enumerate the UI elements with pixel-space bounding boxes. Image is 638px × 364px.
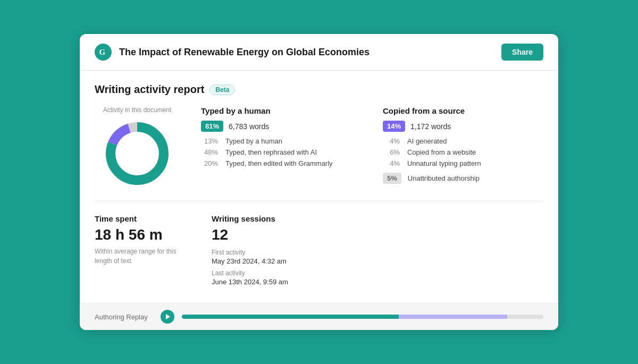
typed-section: Typed by a human 81% 6,783 words 13% Typ… xyxy=(201,106,362,188)
card-header: G The Impact of Renewable Energy on Glob… xyxy=(80,34,558,71)
bottom-section: Time spent 18 h 56 m Within average rang… xyxy=(95,214,543,290)
doc-title: The Impact of Renewable Energy on Global… xyxy=(119,47,501,58)
typed-row-2-label: Typed, then rephrased with AI xyxy=(225,148,317,156)
copied-row-1: 4% AI generated xyxy=(383,137,543,145)
unattributed-row: 5% Unattributed authorship xyxy=(383,173,543,184)
share-button[interactable]: Share xyxy=(501,44,543,61)
copied-words: 1,172 words xyxy=(410,122,451,131)
grammarly-g-icon: G xyxy=(98,47,108,57)
copied-row-3: 4% Unnatural typing pattern xyxy=(383,159,543,167)
donut-area: Activity in this document xyxy=(95,106,180,188)
copied-row-3-pct: 4% xyxy=(383,159,400,167)
section-title: Writing activity report Beta xyxy=(95,83,543,96)
grammarly-logo: G xyxy=(95,44,112,61)
progress-track[interactable] xyxy=(182,315,543,319)
svg-text:G: G xyxy=(99,48,106,56)
copied-row-2-label: Copied from a website xyxy=(407,148,476,156)
last-activity-date: June 13th 2024, 9:59 am xyxy=(212,278,288,286)
last-activity-label: Last activity xyxy=(212,269,288,277)
copied-row-2-pct: 6% xyxy=(383,148,400,156)
copied-row-3-label: Unnatural typing pattern xyxy=(407,159,481,167)
sessions-value: 12 xyxy=(212,226,288,243)
typed-row-1-pct: 13% xyxy=(201,137,218,145)
main-card: G The Impact of Renewable Energy on Glob… xyxy=(80,34,558,330)
copied-pct-badge: 14% xyxy=(383,121,405,132)
play-button[interactable] xyxy=(161,310,174,324)
first-activity-date: May 23rd 2024, 4:32 am xyxy=(212,257,288,265)
typed-row-2-pct: 48% xyxy=(201,148,218,156)
first-activity-label: First activity xyxy=(212,249,288,256)
time-note: Within average range for this length of … xyxy=(95,247,180,266)
typed-row-2: 48% Typed, then rephrased with AI xyxy=(201,148,362,156)
card-body: Writing activity report Beta Activity in… xyxy=(80,71,558,303)
copied-main-stat: 14% 1,172 words xyxy=(383,121,543,132)
typed-row-3-pct: 20% xyxy=(201,159,218,167)
copied-section: Copied from a source 14% 1,172 words 4% … xyxy=(383,106,543,188)
typed-words: 6,783 words xyxy=(229,122,269,131)
time-heading: Time spent xyxy=(95,214,180,223)
copied-row-1-label: AI generated xyxy=(407,137,447,145)
sessions-section: Writing sessions 12 First activity May 2… xyxy=(212,214,288,290)
copied-row-2: 6% Copied from a website xyxy=(383,148,543,156)
typed-row-3: 20% Typed, then edited with Grammarly xyxy=(201,159,362,167)
typed-pct-badge: 81% xyxy=(201,121,223,132)
authoring-bar: Authoring Replay xyxy=(80,303,558,330)
unattributed-pct: 5% xyxy=(383,173,401,184)
report-title: Writing activity report xyxy=(95,83,204,96)
sessions-heading: Writing sessions xyxy=(212,214,288,223)
copied-heading: Copied from a source xyxy=(383,106,543,115)
progress-purple xyxy=(399,315,507,319)
typed-main-stat: 81% 6,783 words xyxy=(201,121,362,132)
typed-row-1: 13% Typed by a human xyxy=(201,137,362,145)
donut-chart xyxy=(103,119,172,188)
time-section: Time spent 18 h 56 m Within average rang… xyxy=(95,214,180,290)
donut-label: Activity in this document xyxy=(103,106,172,114)
activity-section: Activity in this document xyxy=(95,106,543,201)
beta-badge: Beta xyxy=(209,84,235,95)
progress-green xyxy=(182,315,399,319)
typed-row-1-label: Typed by a human xyxy=(225,137,282,145)
copied-row-1-pct: 4% xyxy=(383,137,400,145)
typed-row-3-label: Typed, then edited with Grammarly xyxy=(225,159,333,167)
unattributed-label: Unattributed authorship xyxy=(408,174,480,182)
authoring-label: Authoring Replay xyxy=(95,313,153,321)
time-value: 18 h 56 m xyxy=(95,226,180,243)
typed-heading: Typed by a human xyxy=(201,106,362,115)
